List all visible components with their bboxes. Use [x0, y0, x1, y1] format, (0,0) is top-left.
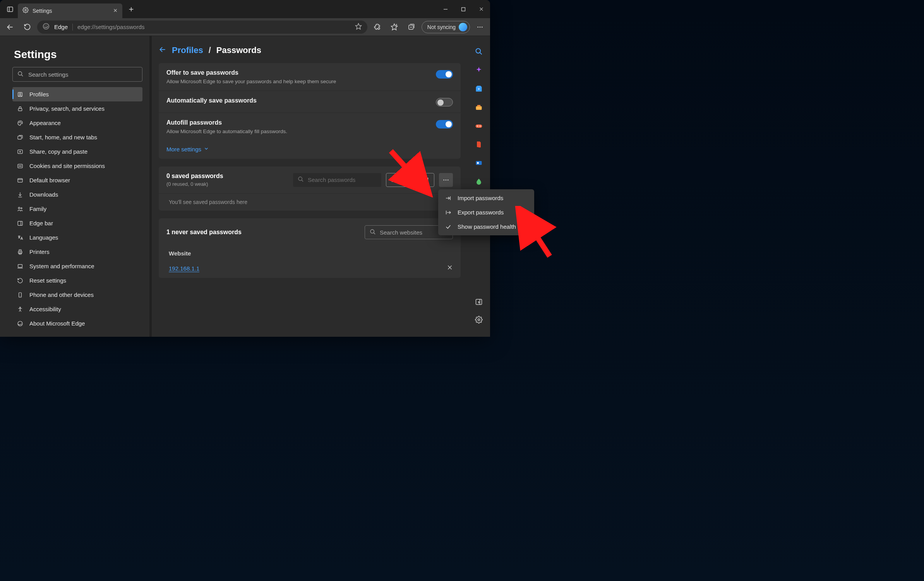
- profile-sync-button[interactable]: Not syncing: [422, 21, 470, 33]
- minimize-button[interactable]: [437, 0, 454, 18]
- check-icon: [444, 224, 452, 230]
- nav-accessibility[interactable]: Accessibility: [12, 302, 142, 316]
- search-settings-placeholder: Search settings: [28, 71, 68, 78]
- titlebar: Settings: [0, 0, 490, 18]
- svg-point-70: [477, 162, 479, 164]
- more-settings-link[interactable]: More settings: [166, 146, 453, 153]
- app-menu-button[interactable]: [473, 20, 487, 34]
- tab-settings[interactable]: Settings: [18, 3, 122, 18]
- remove-never-saved-button[interactable]: [447, 264, 453, 273]
- search-passwords-placeholder: Search passwords: [308, 177, 355, 183]
- share-icon: [16, 149, 24, 155]
- svg-point-67: [477, 126, 478, 127]
- nav-share[interactable]: Share, copy and paste: [12, 144, 142, 159]
- nav-privacy[interactable]: Privacy, search, and services: [12, 101, 142, 116]
- nav-label: Printers: [29, 249, 50, 255]
- nav-label: Profiles: [29, 91, 49, 98]
- sidebar-settings-icon[interactable]: [473, 314, 484, 325]
- sidebar-games-icon[interactable]: [473, 120, 484, 131]
- favorite-star-icon[interactable]: [355, 23, 362, 31]
- svg-point-68: [480, 126, 481, 127]
- nav-phone[interactable]: Phone and other devices: [12, 288, 142, 302]
- extensions-button[interactable]: [370, 20, 384, 34]
- saved-passwords-sub: (0 reused, 0 weak): [166, 181, 288, 187]
- nav-cookies[interactable]: Cookies and site permissions: [12, 159, 142, 173]
- sidebar-drop-icon[interactable]: [473, 176, 484, 187]
- breadcrumb-parent-link[interactable]: Profiles: [172, 45, 203, 55]
- breadcrumb-separator: /: [209, 45, 211, 55]
- svg-line-62: [480, 53, 482, 55]
- never-saved-title: 1 never saved passwords: [166, 229, 242, 236]
- svg-line-53: [302, 180, 303, 182]
- maximize-button[interactable]: [454, 0, 472, 18]
- autofill-toggle[interactable]: [436, 120, 453, 129]
- nav-about[interactable]: About Microsoft Edge: [12, 316, 142, 331]
- nav-downloads[interactable]: Downloads: [12, 187, 142, 202]
- nav-family[interactable]: Family: [12, 202, 142, 216]
- passwords-more-menu-button[interactable]: [439, 173, 453, 187]
- never-saved-column-header: Website: [159, 246, 461, 261]
- svg-point-50: [18, 321, 22, 326]
- svg-rect-8: [462, 7, 465, 11]
- nav-label: Start, home, and new tabs: [29, 134, 97, 141]
- close-window-button[interactable]: [472, 0, 490, 18]
- nav-appearance[interactable]: Appearance: [12, 116, 142, 130]
- tab-actions-button[interactable]: [2, 2, 18, 17]
- nav-start[interactable]: Start, home, and new tabs: [12, 130, 142, 144]
- offer-save-toggle[interactable]: [436, 70, 453, 79]
- auto-save-toggle[interactable]: [436, 98, 453, 106]
- search-settings-input[interactable]: Search settings: [12, 67, 142, 82]
- profile-icon: [16, 91, 24, 98]
- nav-label: Accessibility: [29, 306, 61, 312]
- never-saved-website-link[interactable]: 192.168.1.1: [169, 265, 199, 272]
- new-tab-button[interactable]: [125, 3, 138, 16]
- sidebar-tools-icon[interactable]: [473, 102, 484, 113]
- ctx-export-passwords[interactable]: Export passwords: [438, 205, 534, 219]
- sidebar-shopping-icon[interactable]: [473, 83, 484, 94]
- svg-rect-44: [19, 250, 21, 251]
- breadcrumb: Profiles / Passwords: [159, 45, 461, 55]
- family-icon: [16, 206, 24, 212]
- ctx-show-health-label: Show password health: [458, 223, 516, 230]
- sidebar-outlook-icon[interactable]: [473, 158, 484, 168]
- nav-default-browser[interactable]: Default browser: [12, 173, 142, 187]
- nav-edge-bar[interactable]: Edge bar: [12, 216, 142, 230]
- svg-point-52: [298, 177, 302, 180]
- svg-rect-45: [19, 253, 21, 254]
- ctx-show-password-health[interactable]: Show password health: [438, 219, 534, 234]
- svg-point-20: [477, 26, 478, 27]
- offer-save-desc: Allow Microsoft Edge to save your passwo…: [166, 79, 336, 84]
- refresh-button[interactable]: [20, 20, 34, 34]
- ctx-import-passwords[interactable]: Import passwords: [438, 191, 534, 205]
- svg-rect-0: [7, 7, 13, 12]
- sidebar-discover-icon[interactable]: [473, 65, 484, 75]
- nav-label: Downloads: [29, 191, 58, 198]
- svg-point-57: [370, 230, 374, 233]
- sidebar-office-icon[interactable]: [473, 139, 484, 150]
- address-bar[interactable]: Edge edge://settings/passwords: [37, 21, 367, 34]
- svg-line-58: [374, 233, 375, 234]
- svg-rect-65: [477, 105, 480, 106]
- passwords-context-menu: Import passwords Export passwords Show p…: [438, 189, 534, 235]
- add-password-button[interactable]: Add password: [386, 173, 434, 187]
- nav-profiles[interactable]: Profiles: [12, 87, 142, 101]
- search-passwords-input[interactable]: Search passwords: [293, 173, 381, 187]
- collections-button[interactable]: [405, 20, 418, 34]
- nav-printers[interactable]: Printers: [12, 245, 142, 259]
- svg-point-34: [19, 166, 19, 166]
- svg-point-22: [482, 26, 483, 27]
- add-password-label: Add password: [392, 177, 429, 183]
- nav-label: Languages: [29, 234, 58, 241]
- sidebar-customize-icon[interactable]: [473, 296, 484, 307]
- nav-reset[interactable]: Reset settings: [12, 273, 142, 288]
- favorites-button[interactable]: [387, 20, 401, 34]
- nav-system[interactable]: System and performance: [12, 259, 142, 273]
- back-button[interactable]: [3, 20, 17, 34]
- breadcrumb-back-button[interactable]: [159, 46, 166, 55]
- nav-languages[interactable]: Languages: [12, 230, 142, 245]
- sidebar-search-icon[interactable]: [473, 46, 484, 57]
- search-websites-placeholder: Search websites: [380, 229, 422, 236]
- tab-close-button[interactable]: [113, 8, 118, 14]
- svg-point-30: [21, 122, 21, 123]
- nav-label: Reset settings: [29, 277, 66, 284]
